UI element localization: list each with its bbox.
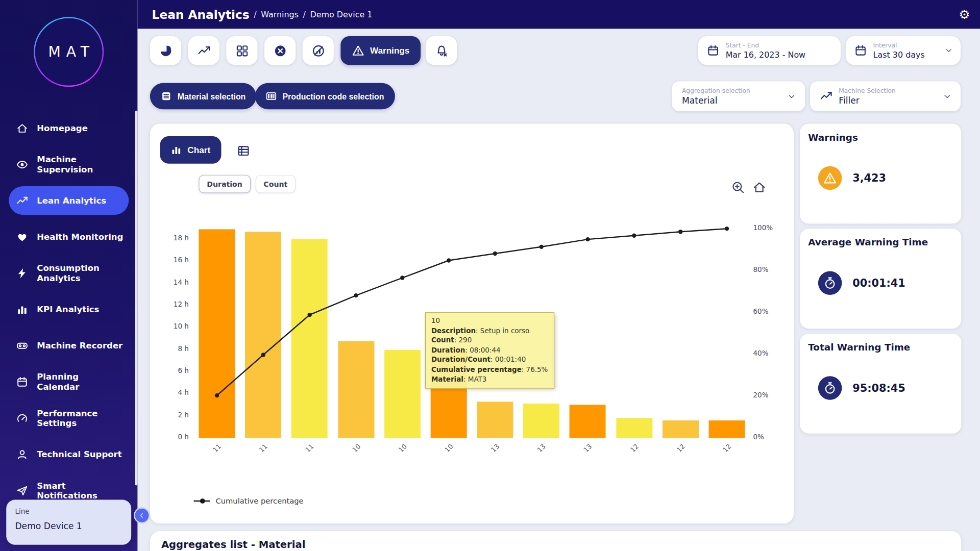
aggregation-value: Material [682, 95, 750, 106]
pareto-bar[interactable] [291, 239, 328, 438]
heart-icon [16, 231, 28, 242]
sidebar-item-machine-supervision[interactable]: MachineSupervision [9, 150, 129, 179]
sidebar-item-planning-calendar[interactable]: PlanningCalendar [9, 367, 129, 396]
y-right-label: 0% [753, 433, 764, 441]
pareto-chart-card: Chart Duration Count 0 h2 h4 h6 h8 h10 h… [150, 123, 794, 523]
legend-line-marker [194, 500, 210, 502]
chevron-down-icon [787, 91, 796, 101]
reset-zoom-button[interactable] [751, 180, 768, 196]
average-view-button[interactable] [303, 36, 334, 65]
pareto-plot: 10Description: Setup in corsoCount: 290D… [194, 223, 750, 438]
stat-title: Warnings [808, 132, 858, 143]
y-left-label: 0 h [150, 433, 189, 441]
interval-value: Last 30 days [873, 50, 925, 59]
logo-text: MAT [48, 44, 95, 60]
zoom-in-button[interactable] [730, 180, 746, 196]
pareto-bar[interactable] [616, 418, 652, 438]
logo-circle: MAT [34, 17, 104, 87]
y-left-label: 16 h [150, 256, 189, 264]
chart-tab-label: Chart [187, 145, 210, 155]
pareto-bar[interactable] [199, 230, 235, 438]
device-card[interactable]: Line Demo Device 1 [6, 500, 131, 545]
pareto-bar[interactable] [523, 404, 559, 438]
breadcrumb-warnings[interactable]: Warnings [261, 10, 299, 19]
sidebar: MAT HomepageMachineSupervisionLean Analy… [0, 0, 137, 551]
aggregation-selection-dropdown[interactable]: Aggregation selection Material [672, 81, 805, 111]
line-chart-icon [197, 44, 210, 57]
y-axis-left: 0 h2 h4 h6 h8 h10 h12 h14 h16 h18 h [150, 223, 189, 438]
date-range-picker[interactable]: Start - End Mar 16, 2023 - Now [698, 36, 841, 65]
chevron-down-icon [944, 46, 953, 55]
stat-row: 00:01:41 [818, 271, 905, 295]
send-icon [16, 485, 28, 496]
barcode-icon [265, 91, 277, 102]
stops-view-button[interactable] [264, 36, 296, 65]
home-icon [16, 122, 28, 134]
pareto-bar[interactable] [338, 341, 374, 438]
tooltip-row: Duration/Count: 00:01:40 [431, 355, 548, 365]
date-range-label: Start - End [726, 42, 806, 48]
sidebar-item-label: ConsumptionAnalytics [37, 263, 100, 283]
sidebar-item-label: Lean Analytics [37, 195, 106, 206]
count-toggle[interactable]: Count [255, 175, 296, 193]
y-left-label: 4 h [150, 389, 189, 397]
calendar-icon [854, 44, 867, 57]
y-right-label: 80% [753, 265, 769, 273]
stat-title: Average Warning Time [808, 237, 928, 248]
stat-row: 95:08:45 [818, 376, 905, 400]
calendar-icon [16, 376, 28, 388]
pareto-bar[interactable] [384, 349, 421, 438]
metric-toggle-group: Duration Count [199, 175, 296, 193]
material-selection-button[interactable]: Material selection [150, 83, 256, 109]
legend-cumulative-percentage[interactable]: Cumulative percentage [194, 496, 304, 505]
pareto-bar[interactable] [708, 420, 745, 438]
pie-chart-icon [159, 44, 173, 57]
sidebar-item-technical-support[interactable]: Technical Support [9, 440, 129, 468]
warnings-view-button[interactable]: Warnings [340, 36, 421, 65]
tab-chart[interactable]: Chart [160, 136, 220, 164]
y-left-label: 8 h [150, 345, 189, 353]
pareto-bar[interactable] [663, 420, 699, 438]
sidebar-item-lean-analytics[interactable]: Lean Analytics [9, 186, 129, 215]
person-icon [16, 448, 28, 460]
sidebar-item-label: Homepage [37, 123, 88, 133]
sidebar-item-consumption-analytics[interactable]: ConsumptionAnalytics [9, 259, 129, 287]
sidebar-item-machine-recorder[interactable]: Machine Recorder [9, 331, 129, 360]
pareto-bar[interactable] [245, 232, 281, 438]
machine-selection-dropdown[interactable]: Machine Selection Filler [810, 81, 961, 111]
table-view-icon [236, 144, 250, 157]
grid-icon [235, 44, 249, 57]
trend-view-button[interactable] [188, 36, 219, 65]
pareto-bar[interactable] [477, 402, 513, 438]
sidebar-item-kpi-analytics[interactable]: KPI Analytics [9, 295, 129, 323]
material-icon [161, 91, 172, 102]
pareto-bar[interactable] [570, 405, 606, 438]
sidebar-scrollbar[interactable] [135, 111, 137, 486]
sidebar-item-health-monitoring[interactable]: Health Monitoring [9, 222, 129, 251]
sidebar-collapse-button[interactable] [134, 507, 150, 523]
production-code-selection-button[interactable]: Production code selection [255, 83, 395, 109]
breadcrumb-device[interactable]: Demo Device 1 [310, 10, 372, 19]
grid-view-button[interactable] [226, 36, 257, 65]
tab-table-view[interactable] [231, 140, 255, 161]
calendar-icon [707, 44, 719, 57]
sidebar-item-label: Technical Support [37, 449, 121, 459]
duration-toggle[interactable]: Duration [199, 175, 250, 193]
breadcrumb-separator: / [303, 10, 306, 19]
alarms-dismiss-view-button[interactable] [426, 36, 457, 65]
sidebar-item-homepage[interactable]: Homepage [9, 114, 129, 142]
interval-picker[interactable]: Interval Last 30 days [846, 36, 961, 65]
sidebar-item-label: SmartNotifications [37, 481, 97, 500]
legend-label: Cumulative percentage [215, 496, 303, 505]
trend-icon [16, 194, 28, 206]
sidebar-item-label: MachineSupervision [37, 154, 93, 174]
y-left-label: 18 h [150, 234, 189, 242]
bell-dismiss-icon [435, 44, 448, 57]
total-warning-time-value: 95:08:45 [852, 382, 905, 394]
sidebar-item-label: PlanningCalendar [37, 372, 79, 392]
settings-gear-icon[interactable]: ⚙ [959, 7, 970, 21]
y-axis-right: 0%20%40%60%80%100% [753, 223, 786, 438]
sidebar-item-performance-settings[interactable]: PerformanceSettings [9, 404, 129, 432]
warnings-stat-card: Warnings 3,423 [800, 123, 961, 223]
pie-chart-view-button[interactable] [150, 36, 181, 65]
